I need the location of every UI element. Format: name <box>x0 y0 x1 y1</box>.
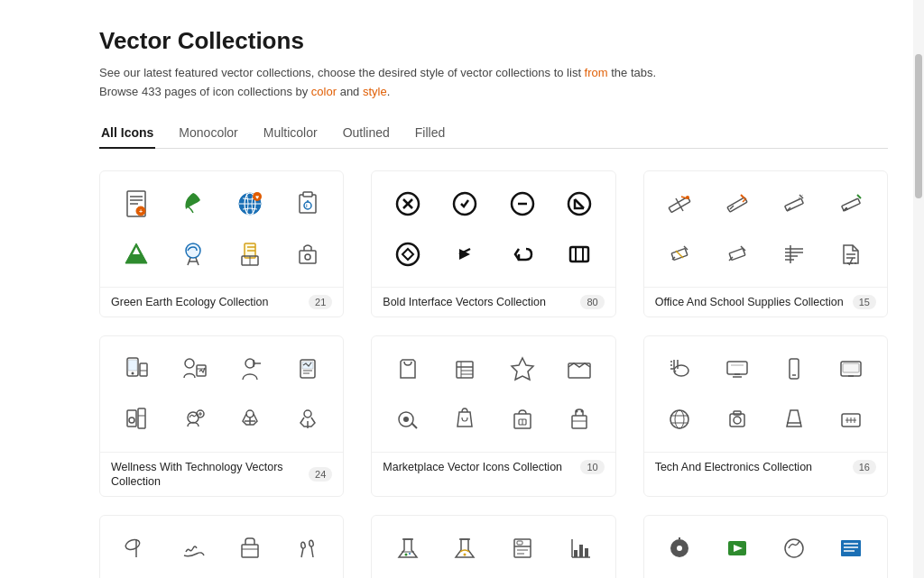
svg-line-46 <box>741 195 744 198</box>
icon-cell <box>495 180 549 227</box>
icon-cell <box>381 345 434 392</box>
svg-point-95 <box>304 410 311 417</box>
collection-office-school[interactable]: Office And School Supplies Collection 15 <box>643 170 888 317</box>
svg-rect-37 <box>570 247 588 261</box>
icon-cell <box>495 525 549 572</box>
card-footer-green-earth: Green Earth Ecology Collection 21 <box>100 287 343 317</box>
page-title: Vector Collections <box>99 27 888 55</box>
collection-tech-electronics[interactable]: Tech And Electronics Collection 16 <box>643 335 888 498</box>
svg-point-112 <box>575 409 578 412</box>
svg-text:+: + <box>139 208 143 215</box>
collection-bold-interface[interactable]: Bold Interface Vectors Collection 80 <box>371 170 615 317</box>
svg-rect-197 <box>841 540 861 556</box>
collection-science[interactable]: Science And Research Collection <box>371 515 615 578</box>
icon-cell <box>439 231 492 278</box>
icon-cell <box>281 525 334 572</box>
card-title: Green Earth Ecology Collection <box>111 295 268 309</box>
icon-cell <box>552 345 605 392</box>
collection-summer[interactable]: Summer Vacation Collection <box>99 515 344 578</box>
icon-cell <box>653 525 707 572</box>
tab-filled[interactable]: Filled <box>413 118 447 149</box>
tab-monocolor[interactable]: Monocolor <box>177 118 239 149</box>
tab-outlined[interactable]: Outlined <box>341 118 392 149</box>
icon-cell <box>653 396 707 443</box>
icon-cell <box>653 180 707 227</box>
card-footer-marketplace: Marketplace Vector Icons Collection 10 <box>372 452 614 482</box>
svg-point-105 <box>403 417 409 422</box>
svg-rect-167 <box>517 541 522 545</box>
icon-grid-summer <box>100 516 343 578</box>
svg-rect-48 <box>785 198 804 211</box>
card-count: 16 <box>853 460 876 474</box>
icon-cell <box>166 180 219 227</box>
icon-grid-wellness <box>100 336 343 452</box>
collection-wellness[interactable]: Wellness With Technology Vectors Collect… <box>99 335 344 498</box>
svg-point-196 <box>785 539 803 557</box>
style-link[interactable]: style <box>363 85 387 98</box>
svg-line-57 <box>676 251 683 258</box>
icon-cell <box>439 525 492 572</box>
svg-point-162 <box>409 553 411 555</box>
svg-line-53 <box>857 195 861 198</box>
svg-point-139 <box>124 538 140 552</box>
svg-point-130 <box>734 417 741 424</box>
icon-cell <box>552 231 605 278</box>
icon-cell <box>825 396 878 443</box>
card-title: Bold Interface Vectors Collection <box>383 295 546 309</box>
tab-all-icons[interactable]: All Icons <box>99 118 155 149</box>
page-subtitle: See our latest featured vector collectio… <box>99 64 888 102</box>
tab-multicolor[interactable]: Multicolor <box>262 118 319 149</box>
card-count: 24 <box>309 467 332 482</box>
svg-point-114 <box>674 365 688 376</box>
page-wrapper: Vector Collections See our latest featur… <box>0 0 924 578</box>
svg-rect-24 <box>300 251 316 263</box>
icon-cell <box>495 396 549 443</box>
icon-grid-marketplace <box>372 336 614 452</box>
icon-cell <box>439 180 492 227</box>
icon-cell <box>381 396 434 443</box>
svg-rect-70 <box>128 360 137 371</box>
icon-cell <box>381 180 434 227</box>
icon-cell <box>710 525 763 572</box>
svg-point-43 <box>686 196 689 199</box>
collection-green-earth[interactable]: + <box>99 170 344 317</box>
icon-cell <box>109 396 162 443</box>
collection-media[interactable]: Media And Entertainment Collection <box>643 515 888 578</box>
icon-cell <box>767 525 820 572</box>
icon-cell <box>439 345 492 392</box>
card-title: Office And School Supplies Collection <box>655 295 844 309</box>
icon-cell <box>653 345 707 392</box>
card-count: 10 <box>580 460 604 474</box>
collections-grid: + <box>99 170 888 578</box>
color-link[interactable]: color <box>311 85 337 98</box>
svg-rect-97 <box>457 362 473 378</box>
svg-rect-12 <box>303 192 312 197</box>
icon-cell <box>224 525 277 572</box>
svg-text:i: i <box>306 203 308 208</box>
icon-cell <box>767 396 820 443</box>
icon-grid-science <box>372 516 614 578</box>
svg-marker-102 <box>512 358 533 380</box>
svg-rect-72 <box>140 363 147 376</box>
icon-cell <box>166 231 219 278</box>
icon-cell <box>710 345 763 392</box>
icon-cell <box>281 345 334 392</box>
icon-cell <box>552 396 605 443</box>
collection-marketplace[interactable]: Marketplace Vector Icons Collection 10 <box>371 335 615 498</box>
icon-cell <box>495 345 549 392</box>
svg-rect-116 <box>727 362 747 374</box>
svg-text:♥: ♥ <box>255 194 259 200</box>
svg-rect-131 <box>734 411 741 415</box>
card-footer-wellness: Wellness With Technology Vectors Collect… <box>100 452 343 497</box>
icon-cell: ♥ <box>224 180 277 227</box>
icon-grid-green-earth: + <box>100 171 343 287</box>
icon-cell <box>224 345 277 392</box>
icon-cell: + <box>109 180 162 227</box>
icon-cell <box>166 525 219 572</box>
card-footer-tech-electronics: Tech And Electronics Collection 16 <box>644 452 887 482</box>
icon-cell <box>767 180 820 227</box>
svg-point-92 <box>246 410 254 417</box>
from-link[interactable]: from <box>585 66 608 79</box>
icon-cell <box>109 525 162 572</box>
icon-grid-office-school <box>644 171 887 287</box>
